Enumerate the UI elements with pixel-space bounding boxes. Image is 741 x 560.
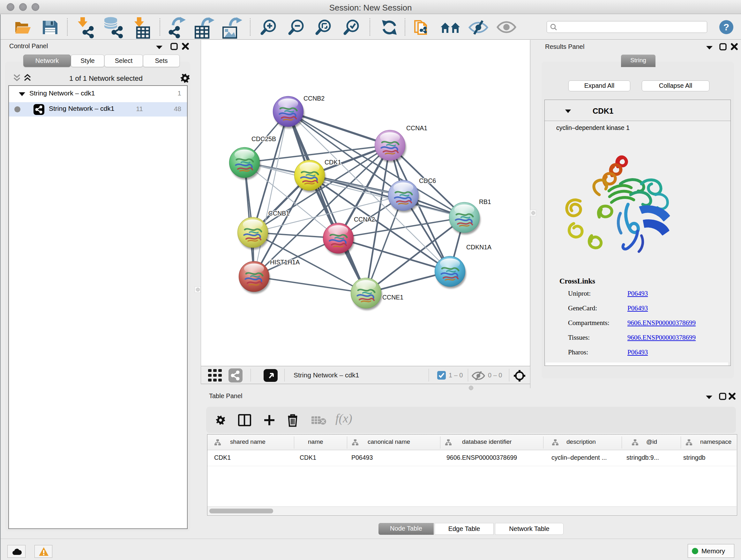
svg-text:CDC25B: CDC25B	[252, 135, 276, 142]
svg-text:CDC6: CDC6	[419, 177, 436, 184]
svg-text:CCNA2: CCNA2	[354, 216, 375, 223]
svg-text:RB1: RB1	[479, 198, 491, 205]
svg-text:CCNE1: CCNE1	[382, 294, 403, 301]
svg-text:CCNA1: CCNA1	[406, 125, 427, 132]
svg-text:CDKN1A: CDKN1A	[466, 244, 491, 251]
svg-text:CCNB2: CCNB2	[304, 95, 325, 102]
svg-text:CDK1: CDK1	[325, 159, 341, 166]
svg-text:?: ?	[724, 22, 729, 32]
svg-text:CCNB1: CCNB1	[268, 210, 289, 217]
svg-text:HIST1H1A: HIST1H1A	[270, 259, 300, 266]
